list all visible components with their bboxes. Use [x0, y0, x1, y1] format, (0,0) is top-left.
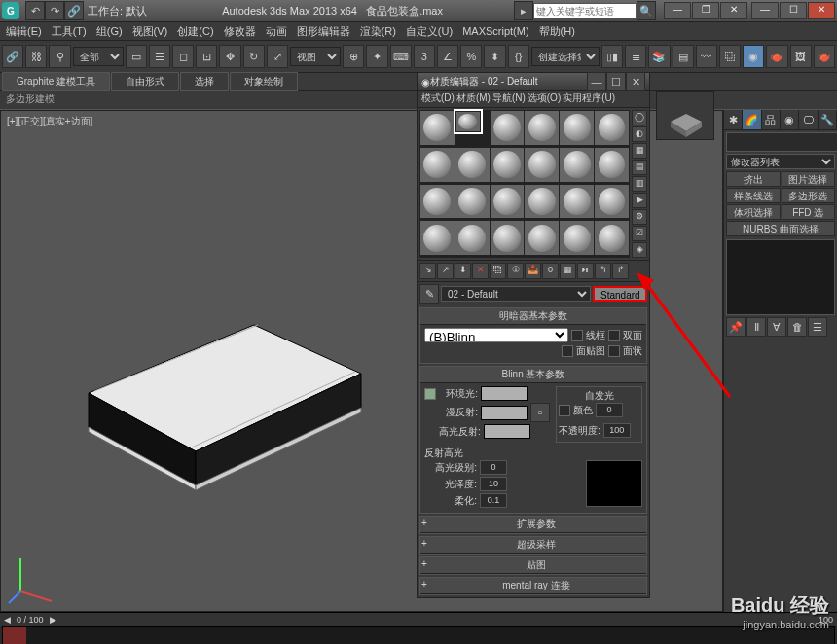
copy-icon[interactable]: ⿻: [490, 263, 506, 279]
minimize-button[interactable]: —: [751, 2, 779, 19]
schematic-icon[interactable]: ⿻: [719, 45, 741, 68]
time-slider-handle-r[interactable]: ▶: [50, 615, 56, 625]
spec-level[interactable]: 0: [480, 460, 507, 475]
shader-type[interactable]: (B)Blinn: [424, 328, 568, 342]
faceted-checkbox[interactable]: [608, 345, 620, 357]
layers-icon[interactable]: 📚: [648, 45, 670, 68]
tab-freeform[interactable]: 自由形式: [111, 72, 179, 91]
mdi-close-button[interactable]: ✕: [720, 2, 747, 19]
sample-slot[interactable]: [525, 148, 559, 182]
material-name[interactable]: 02 - Default: [441, 286, 591, 302]
unlink-icon[interactable]: ⛓: [25, 45, 47, 68]
ambient-lock[interactable]: [424, 388, 436, 400]
selection-filter[interactable]: 全部: [73, 47, 124, 66]
btn-volsel[interactable]: 体积选择: [726, 204, 781, 220]
modifier-stack[interactable]: [726, 239, 835, 315]
videocheck-icon[interactable]: ▥: [632, 176, 647, 192]
nsel-edit-icon[interactable]: {}: [508, 45, 529, 68]
menu-animation[interactable]: 动画: [262, 23, 291, 40]
modifier-list[interactable]: 修改器列表: [726, 154, 835, 169]
btn-extrude[interactable]: 挤出: [726, 171, 781, 187]
sample-slot[interactable]: [420, 221, 455, 255]
search-input[interactable]: [533, 3, 637, 18]
time-slider-handle[interactable]: ◀: [4, 615, 11, 625]
btn-nurbssel[interactable]: NURBS 曲面选择: [726, 221, 835, 236]
tab-utilities[interactable]: 🔧: [819, 110, 837, 129]
rollup-header[interactable]: Blinn 基本参数: [420, 367, 646, 383]
btn-imgsel[interactable]: 图片选择: [782, 171, 836, 187]
specular-swatch[interactable]: [484, 424, 530, 439]
assign-icon[interactable]: ⬇: [455, 263, 471, 279]
menu-tools[interactable]: 工具(T): [48, 23, 91, 40]
pin-stack-icon[interactable]: 📌: [726, 317, 746, 337]
manip-icon[interactable]: ✦: [366, 45, 387, 68]
selfillum-value[interactable]: 0: [596, 403, 623, 417]
mat-menu-util[interactable]: 实用程序(U): [563, 91, 615, 107]
mat-min-button[interactable]: —: [587, 72, 606, 91]
close-button[interactable]: ✕: [808, 2, 835, 19]
mdi-restore-button[interactable]: ❐: [692, 2, 719, 19]
sample-slot[interactable]: [420, 148, 455, 182]
spinner-snap-icon[interactable]: ⬍: [484, 45, 505, 68]
sample-slot[interactable]: [491, 148, 525, 182]
bind-icon[interactable]: ⚲: [49, 45, 70, 68]
2sided-checkbox[interactable]: [608, 330, 620, 341]
maximize-button[interactable]: ☐: [780, 2, 807, 19]
trackbar[interactable]: [2, 626, 835, 644]
keymode-icon[interactable]: ⌨: [390, 45, 412, 68]
menu-create[interactable]: 创建(C): [173, 23, 217, 40]
sample-slot[interactable]: [595, 185, 629, 219]
maps-rollup[interactable]: +贴图: [419, 556, 647, 575]
tab-selection[interactable]: 选择: [180, 72, 229, 91]
show-end-icon[interactable]: ⏯: [577, 263, 594, 279]
tab-modify[interactable]: 🌈: [743, 110, 761, 129]
unique-mat-icon[interactable]: ①: [507, 263, 524, 279]
uvtile-icon[interactable]: ▤: [632, 160, 647, 175]
refcoord-dropdown[interactable]: 视图: [290, 47, 341, 66]
menu-maxscript[interactable]: MAXScript(M): [458, 24, 532, 38]
rotate-icon[interactable]: ↻: [243, 45, 265, 68]
select-name-icon[interactable]: ☰: [149, 45, 170, 68]
sample-slot[interactable]: [491, 111, 525, 145]
search-icon[interactable]: 🔍: [637, 1, 656, 20]
mentalray-rollup[interactable]: +mental ray 连接: [419, 577, 647, 595]
link-icon[interactable]: 🔗: [2, 45, 23, 68]
put-lib-icon[interactable]: 📥: [525, 263, 541, 279]
undo-button[interactable]: ↶: [25, 1, 45, 20]
menu-view[interactable]: 视图(V): [128, 23, 172, 40]
menu-rendering[interactable]: 渲染(R): [356, 23, 400, 40]
selfillum-color-checkbox[interactable]: [559, 405, 570, 416]
mirror-icon[interactable]: ▯▮: [601, 45, 623, 68]
scale-icon[interactable]: ⤢: [267, 45, 288, 68]
move-icon[interactable]: ✥: [219, 45, 240, 68]
btn-splinesel[interactable]: 样条线选择: [726, 188, 781, 203]
material-type-button[interactable]: Standard: [593, 286, 647, 302]
reset-icon[interactable]: ✕: [472, 263, 489, 279]
object-name-field[interactable]: [726, 132, 837, 152]
put-to-scene-icon[interactable]: ↗: [437, 263, 454, 279]
showmap-icon[interactable]: ▦: [560, 263, 576, 279]
mat-menu-mode[interactable]: 模式(D): [421, 91, 455, 107]
facemap-checkbox[interactable]: [562, 345, 573, 357]
configure-icon[interactable]: ☰: [808, 317, 827, 337]
curve-editor-icon[interactable]: 〰: [696, 45, 717, 68]
matid-icon[interactable]: 0: [542, 263, 559, 279]
background-icon[interactable]: ▦: [632, 143, 647, 159]
redo-button[interactable]: ↷: [45, 1, 64, 20]
tab-graphite[interactable]: Graphite 建模工具: [2, 72, 110, 91]
glossiness[interactable]: 10: [480, 477, 507, 491]
mat-menu-material[interactable]: 材质(M): [456, 91, 491, 107]
menu-customize[interactable]: 自定义(U): [402, 23, 456, 40]
menu-grapheditors[interactable]: 图形编辑器: [293, 23, 354, 40]
render-icon[interactable]: 🫖: [814, 45, 835, 68]
sample-type-icon[interactable]: ◯: [632, 110, 647, 125]
tab-display[interactable]: 🖵: [799, 110, 818, 129]
preview-icon[interactable]: ▶: [632, 193, 647, 208]
mat-menu-options[interactable]: 选项(O): [528, 91, 561, 107]
link-button[interactable]: 🔗: [64, 1, 84, 20]
sample-slot[interactable]: [560, 148, 594, 182]
tab-motion[interactable]: ◉: [781, 110, 799, 129]
sample-slot[interactable]: [560, 221, 594, 255]
pick-material-icon[interactable]: ✎: [419, 284, 439, 304]
angle-snap-icon[interactable]: ∠: [437, 45, 458, 68]
